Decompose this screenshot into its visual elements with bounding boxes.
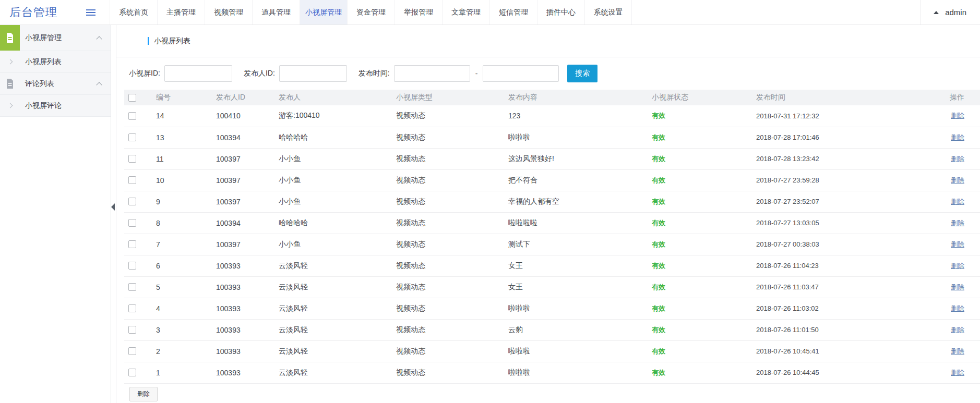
row-checkbox[interactable] (128, 219, 136, 227)
publisher-id-input[interactable] (279, 65, 347, 82)
delete-link[interactable]: 删除 (951, 326, 964, 334)
row-checkbox[interactable] (128, 283, 136, 291)
nav-item-plugin[interactable]: 插件中心 (537, 0, 584, 25)
nav-item-report[interactable]: 举报管理 (395, 0, 442, 25)
sidebar-item-label: 小视屏评论 (25, 101, 62, 111)
delete-link[interactable]: 删除 (951, 369, 964, 376)
table-row: 11100397小小鱼视频动态这边风景独好!有效2018-07-28 13:23… (124, 148, 980, 169)
sidebar-collapse-handle[interactable] (111, 203, 115, 211)
cell-id: 7 (153, 234, 213, 255)
sidebar-item-mini-video-comment[interactable]: 小视屏评论 (0, 95, 111, 117)
delete-link[interactable]: 删除 (951, 133, 964, 141)
cell-status: 有效 (649, 127, 753, 148)
row-checkbox[interactable] (128, 112, 136, 120)
column-header-type: 小视屏类型 (393, 90, 505, 105)
row-checkbox[interactable] (128, 326, 136, 334)
cell-publisher_id: 100393 (213, 255, 276, 276)
app-logo: 后台管理 (0, 0, 79, 25)
delete-link[interactable]: 删除 (951, 219, 964, 227)
user-menu[interactable]: admin (921, 0, 980, 25)
cell-status: 有效 (649, 276, 753, 298)
delete-link[interactable]: 删除 (951, 155, 964, 163)
cell-id: 1 (153, 362, 213, 383)
sidebar-item-label: 小视屏列表 (25, 57, 62, 67)
cell-type: 视频动态 (393, 234, 505, 255)
column-header-action: 操作 (938, 90, 980, 105)
search-button[interactable]: 搜索 (567, 65, 597, 82)
delete-link[interactable]: 删除 (951, 112, 964, 119)
select-all-checkbox[interactable] (128, 94, 136, 102)
cell-status: 有效 (649, 362, 753, 383)
chevron-right-icon (7, 59, 13, 65)
cell-time: 2018-07-27 00:38:03 (753, 234, 938, 255)
nav-item-funds[interactable]: 资金管理 (347, 0, 395, 25)
delete-link[interactable]: 删除 (951, 198, 964, 205)
row-select-cell (124, 169, 153, 191)
delete-link[interactable]: 删除 (951, 304, 964, 312)
delete-link[interactable]: 删除 (951, 283, 964, 291)
sidebar-item-mini-video-list[interactable]: 小视屏列表 (0, 51, 111, 73)
row-checkbox[interactable] (128, 176, 136, 184)
cell-type: 视频动态 (393, 212, 505, 234)
cell-type: 视频动态 (393, 276, 505, 298)
cell-time: 2018-07-26 11:04:23 (753, 255, 938, 276)
publish-time-end-input[interactable] (483, 65, 559, 82)
table-wrap: 编号发布人ID发布人小视屏类型发布内容小视屏状态发布时间操作 14100410游… (116, 90, 980, 384)
hamburger-menu-icon[interactable] (79, 0, 102, 25)
delete-link[interactable]: 删除 (951, 347, 964, 355)
row-checkbox[interactable] (128, 304, 136, 312)
row-checkbox[interactable] (128, 369, 136, 376)
delete-link[interactable]: 删除 (951, 240, 964, 248)
cell-action: 删除 (938, 362, 980, 383)
nav-item-home[interactable]: 系统首页 (110, 0, 157, 25)
cell-publisher: 小小鱼 (276, 148, 393, 169)
publish-time-start-input[interactable] (394, 65, 470, 82)
row-checkbox[interactable] (128, 133, 136, 141)
cell-id: 10 (153, 169, 213, 191)
row-checkbox[interactable] (128, 347, 136, 355)
batch-delete-button[interactable]: 删除 (129, 387, 158, 401)
nav-item-article[interactable]: 文章管理 (442, 0, 489, 25)
cell-status: 有效 (649, 148, 753, 169)
cell-time: 2018-07-31 17:12:32 (753, 105, 938, 127)
sidebar-item-comment-group[interactable]: 评论列表 (0, 73, 111, 95)
nav-item-video[interactable]: 视频管理 (205, 0, 252, 25)
cell-time: 2018-07-26 10:45:41 (753, 340, 938, 362)
caret-up-icon (96, 82, 102, 88)
cell-action: 删除 (938, 127, 980, 148)
cell-publisher_id: 100393 (213, 319, 276, 340)
row-checkbox[interactable] (128, 262, 136, 270)
cell-status: 有效 (649, 340, 753, 362)
cell-id: 6 (153, 255, 213, 276)
nav-item-settings[interactable]: 系统设置 (584, 0, 632, 25)
nav-item-props[interactable]: 道具管理 (252, 0, 300, 25)
cell-publisher: 云淡风轻 (276, 298, 393, 319)
page-title: 小视屏列表 (154, 36, 190, 46)
status-badge: 有效 (652, 326, 665, 334)
row-select-cell (124, 319, 153, 340)
page-title-row: 小视屏列表 (116, 25, 980, 57)
row-checkbox[interactable] (128, 155, 136, 163)
cell-publisher_id: 100410 (213, 105, 276, 127)
row-select-cell (124, 191, 153, 212)
nav-item-anchor[interactable]: 主播管理 (157, 0, 205, 25)
status-badge: 有效 (652, 112, 665, 119)
cell-status: 有效 (649, 234, 753, 255)
video-id-input[interactable] (164, 65, 232, 82)
cell-action: 删除 (938, 255, 980, 276)
cell-content: 云豹 (505, 319, 649, 340)
nav-item-mini-video[interactable]: 小视屏管理 (300, 0, 347, 25)
row-checkbox[interactable] (128, 240, 136, 248)
nav-item-sms[interactable]: 短信管理 (489, 0, 537, 25)
sidebar-item-mini-video-group[interactable]: 小视屏管理 (0, 25, 111, 51)
cell-status: 有效 (649, 298, 753, 319)
sidebar-item-label: 小视屏管理 (25, 33, 62, 43)
row-checkbox[interactable] (128, 198, 136, 205)
status-badge: 有效 (652, 240, 665, 248)
column-header-publisher: 发布人 (276, 90, 393, 105)
delete-link[interactable]: 删除 (951, 262, 964, 270)
status-badge: 有效 (652, 347, 665, 355)
cell-action: 删除 (938, 298, 980, 319)
delete-link[interactable]: 删除 (951, 176, 964, 184)
cell-publisher_id: 100397 (213, 191, 276, 212)
